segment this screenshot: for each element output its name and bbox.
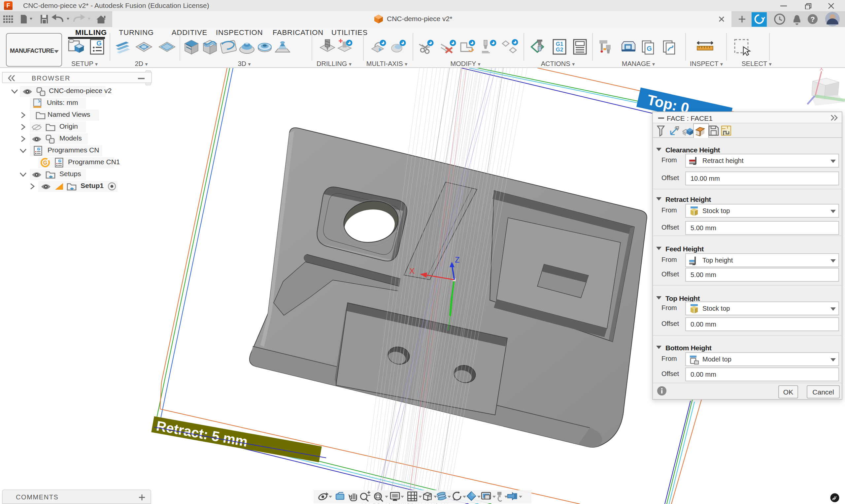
- svg-text:G: G: [43, 160, 47, 165]
- svg-text:G: G: [37, 147, 40, 151]
- svg-text:G: G: [96, 40, 102, 47]
- svg-text:G: G: [58, 159, 61, 163]
- svg-text:G2: G2: [556, 47, 563, 53]
- svg-text:Retract: 5 mm: Retract: 5 mm: [155, 418, 249, 450]
- svg-text:Z: Z: [455, 255, 460, 264]
- svg-text:X: X: [409, 267, 415, 275]
- svg-text:X: X: [820, 68, 823, 72]
- svg-text:?: ?: [810, 15, 815, 23]
- svg-text:F: F: [6, 2, 10, 9]
- svg-text:G: G: [647, 45, 652, 52]
